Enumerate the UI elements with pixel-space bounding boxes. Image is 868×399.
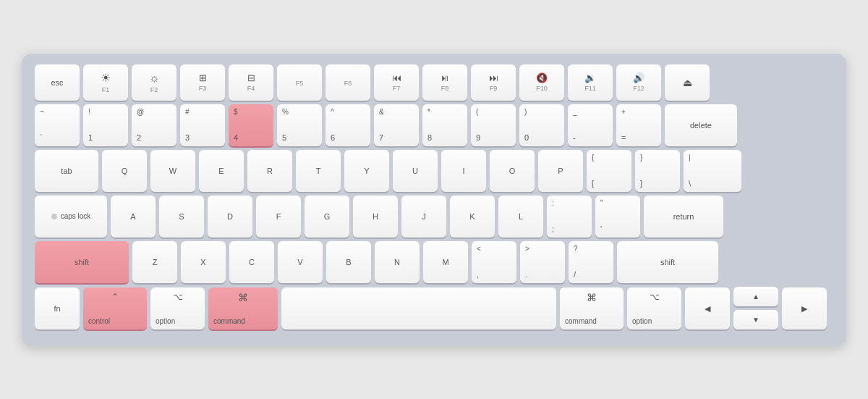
- key-u[interactable]: U: [393, 150, 438, 192]
- key-f7[interactable]: ⏮ F7: [374, 64, 419, 101]
- key-k[interactable]: K: [450, 196, 495, 238]
- key-h[interactable]: H: [353, 196, 398, 238]
- key-j[interactable]: J: [401, 196, 446, 238]
- key-option-right[interactable]: ⌥ option: [627, 287, 681, 329]
- key-e[interactable]: E: [199, 150, 244, 192]
- key-eject[interactable]: ⏏: [665, 64, 710, 101]
- key-q[interactable]: Q: [102, 150, 147, 192]
- key-a[interactable]: A: [111, 196, 156, 238]
- key-5[interactable]: % 5: [277, 104, 322, 146]
- key-p[interactable]: P: [538, 150, 583, 192]
- key-0[interactable]: ) 0: [519, 104, 564, 146]
- key-space[interactable]: [281, 287, 556, 329]
- key-esc[interactable]: esc: [35, 64, 80, 101]
- key-f1[interactable]: ☀ F1: [83, 64, 128, 101]
- key-option-left[interactable]: ⌥ option: [150, 287, 205, 329]
- key-minus[interactable]: _ -: [568, 104, 613, 146]
- key-return[interactable]: return: [644, 196, 723, 238]
- key-arrow-right[interactable]: ▶: [782, 287, 827, 329]
- key-f8[interactable]: ⏯ F8: [422, 64, 467, 101]
- key-v[interactable]: V: [278, 241, 323, 283]
- key-f12[interactable]: 🔊 F12: [616, 64, 661, 101]
- key-f5[interactable]: F5: [277, 64, 322, 101]
- key-backslash[interactable]: | \: [684, 150, 741, 192]
- key-b[interactable]: B: [326, 241, 371, 283]
- key-n[interactable]: N: [375, 241, 420, 283]
- key-2[interactable]: @ 2: [132, 104, 176, 146]
- qwerty-row: tab Q W E R T Y U I O P { [ } ] | \: [35, 150, 833, 192]
- number-row: ~ ` ! 1 @ 2 # 3 $ 4 % 5 ^ 6 & 7: [35, 104, 833, 146]
- key-r[interactable]: R: [247, 150, 292, 192]
- key-x[interactable]: X: [181, 241, 226, 283]
- key-command-left[interactable]: ⌘ command: [208, 287, 278, 329]
- key-f3[interactable]: ⊞ F3: [180, 64, 225, 101]
- key-lbracket[interactable]: { [: [587, 150, 631, 192]
- key-g[interactable]: G: [305, 196, 349, 238]
- key-i[interactable]: I: [441, 150, 486, 192]
- key-o[interactable]: O: [490, 150, 535, 192]
- asdf-row: caps lock A S D F G H J K L : ; " ' retu…: [35, 196, 833, 238]
- key-f6[interactable]: F6: [326, 64, 370, 101]
- key-semicolon[interactable]: : ;: [547, 196, 592, 238]
- key-8[interactable]: * 8: [422, 104, 467, 146]
- key-t[interactable]: T: [296, 150, 341, 192]
- key-4[interactable]: $ 4: [229, 104, 273, 146]
- key-y[interactable]: Y: [344, 150, 389, 192]
- key-1[interactable]: ! 1: [83, 104, 128, 146]
- key-f10[interactable]: 🔇 F10: [519, 64, 564, 101]
- key-control[interactable]: ⌃ control: [83, 287, 147, 329]
- arrow-up-down: ▲ ▼: [733, 287, 778, 329]
- key-quote[interactable]: " ': [595, 196, 640, 238]
- key-tab[interactable]: tab: [35, 150, 98, 192]
- key-caps-lock[interactable]: caps lock: [35, 196, 107, 238]
- key-backtick[interactable]: ~ `: [35, 104, 80, 146]
- key-m[interactable]: M: [423, 241, 468, 283]
- key-f9[interactable]: ⏭ F9: [471, 64, 516, 101]
- key-6[interactable]: ^ 6: [326, 104, 370, 146]
- bottom-row: fn ⌃ control ⌥ option ⌘ command ⌘ comman…: [35, 287, 833, 329]
- key-arrow-down[interactable]: ▼: [733, 310, 778, 329]
- key-f2[interactable]: ☼ F2: [132, 64, 176, 101]
- key-z[interactable]: Z: [132, 241, 177, 283]
- key-3[interactable]: # 3: [180, 104, 225, 146]
- key-delete[interactable]: delete: [665, 104, 737, 146]
- keyboard: esc ☀ F1 ☼ F2 ⊞ F3 ⊟ F4 F5 F6 ⏮ F7 ⏯: [22, 53, 846, 346]
- key-9[interactable]: ( 9: [471, 104, 516, 146]
- key-command-right[interactable]: ⌘ command: [560, 287, 624, 329]
- key-arrow-left[interactable]: ◀: [685, 287, 730, 329]
- key-arrow-up[interactable]: ▲: [733, 287, 778, 306]
- key-fn[interactable]: fn: [35, 287, 80, 329]
- key-f11[interactable]: 🔉 F11: [568, 64, 613, 101]
- zxcv-row: shift Z X C V B N M < , > . ? / shift: [35, 241, 833, 283]
- key-shift-right[interactable]: shift: [617, 241, 718, 283]
- key-l[interactable]: L: [498, 196, 543, 238]
- key-d[interactable]: D: [208, 196, 252, 238]
- key-f4[interactable]: ⊟ F4: [229, 64, 273, 101]
- key-w[interactable]: W: [150, 150, 195, 192]
- fn-row: esc ☀ F1 ☼ F2 ⊞ F3 ⊟ F4 F5 F6 ⏮ F7 ⏯: [35, 64, 833, 101]
- key-shift-left[interactable]: shift: [35, 241, 129, 283]
- key-equals[interactable]: + =: [616, 104, 661, 146]
- key-comma[interactable]: < ,: [472, 241, 516, 283]
- key-slash[interactable]: ? /: [569, 241, 613, 283]
- key-rbracket[interactable]: } ]: [635, 150, 680, 192]
- key-7[interactable]: & 7: [374, 104, 419, 146]
- key-period[interactable]: > .: [520, 241, 565, 283]
- key-s[interactable]: S: [159, 196, 204, 238]
- key-f[interactable]: F: [256, 196, 301, 238]
- key-c[interactable]: C: [229, 241, 274, 283]
